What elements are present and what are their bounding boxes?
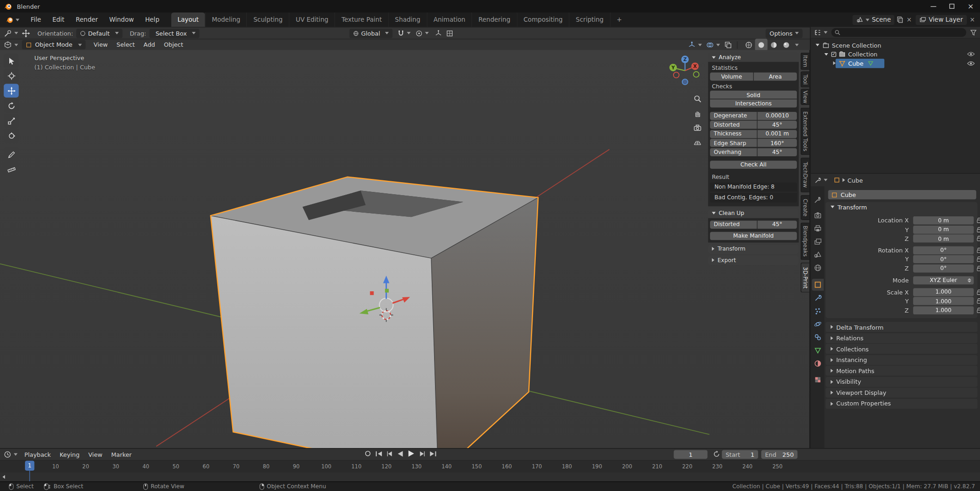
workspace-tab-animation[interactable]: Animation — [427, 12, 472, 27]
snap-toggle[interactable] — [398, 30, 410, 37]
lock-icon[interactable] — [977, 218, 980, 223]
section-custom-properties[interactable]: Custom Properties — [826, 399, 978, 409]
check-edge-sharp-button[interactable]: Edge Sharp — [710, 139, 757, 147]
sidebar-tab-tool[interactable]: Tool — [801, 71, 809, 87]
menu-view[interactable]: View — [89, 41, 112, 48]
scale-z-field[interactable]: 1.000 — [913, 306, 974, 314]
outliner-editor-selector[interactable] — [814, 29, 827, 36]
xray-toggle[interactable] — [724, 41, 732, 49]
cleanup-distorted-value-field[interactable]: 45° — [758, 221, 797, 229]
next-keyframe-button[interactable] — [419, 450, 426, 457]
gizmo-plane-handle[interactable] — [370, 291, 374, 295]
section-collections[interactable]: Collections — [826, 344, 978, 354]
viewport-scene[interactable] — [0, 50, 810, 448]
toggle-perspective-button[interactable] — [691, 135, 704, 148]
rotation-x-field[interactable]: 0° — [913, 246, 974, 254]
orientation-dropdown[interactable]: Default — [76, 29, 122, 38]
workspace-tab-layout[interactable]: Layout — [171, 12, 205, 27]
distorted-value-field[interactable]: 45° — [758, 121, 797, 129]
view-layer-selector[interactable]: View Layer — [915, 15, 967, 25]
make-manifold-button[interactable]: Make Manifold — [710, 232, 797, 240]
scale-y-field[interactable]: 1.000 — [913, 297, 974, 305]
hide-collection-toggle[interactable] — [967, 51, 975, 57]
shading-solid-button[interactable] — [755, 38, 767, 51]
rotation-z-field[interactable]: 0° — [913, 264, 974, 272]
section-motion-paths[interactable]: Motion Paths — [826, 366, 978, 376]
unlink-scene-button[interactable]: × — [906, 16, 912, 23]
lock-icon[interactable] — [977, 307, 980, 313]
location-y-field[interactable]: 0 m — [913, 225, 974, 233]
lock-icon[interactable] — [977, 289, 980, 295]
edge-sharp-value-field[interactable]: 160° — [758, 139, 797, 147]
volume-button[interactable]: Volume — [710, 73, 753, 81]
current-frame-field[interactable]: 1 — [674, 450, 708, 459]
workspace-tab-sculpting[interactable]: Sculpting — [246, 12, 289, 27]
options-dropdown[interactable]: Options — [766, 29, 802, 38]
check-thickness-button[interactable]: Thickness — [710, 130, 757, 138]
workspace-tab-modeling[interactable]: Modeling — [205, 12, 246, 27]
add-workspace-button[interactable]: + — [610, 12, 628, 27]
workspace-tab-shading[interactable]: Shading — [388, 12, 426, 27]
tab-scene[interactable] — [812, 249, 824, 261]
menu-view[interactable]: View — [84, 451, 107, 458]
check-intersections-button[interactable]: Intersections — [710, 99, 797, 108]
measure-tool[interactable] — [4, 163, 18, 177]
new-scene-button[interactable] — [897, 16, 904, 23]
zoom-button[interactable] — [691, 92, 704, 105]
rotate-tool[interactable] — [4, 99, 18, 113]
menu-select[interactable]: Select — [112, 41, 140, 48]
workspace-tab-texture-paint[interactable]: Texture Paint — [335, 12, 388, 27]
sidebar-tab-create[interactable]: Create — [801, 195, 809, 220]
rotation-mode-dropdown[interactable]: XYZ Euler — [913, 276, 974, 284]
lock-icon[interactable] — [977, 227, 980, 232]
scale-tool[interactable] — [4, 114, 18, 128]
tab-tool[interactable] — [812, 194, 824, 206]
lock-icon[interactable] — [977, 256, 980, 262]
tab-particles[interactable] — [812, 305, 824, 317]
timeline-ruler[interactable]: 1020304050607080901001101201301401501601… — [0, 460, 980, 473]
playhead[interactable]: 1 — [25, 460, 34, 471]
gizmos-toggle-icon[interactable] — [435, 30, 442, 37]
play-reverse-button[interactable] — [397, 450, 404, 457]
playhead-line[interactable] — [29, 471, 30, 482]
snap-increment-icon[interactable] — [447, 30, 453, 37]
outliner-row-collection[interactable]: ✓ Collection — [811, 49, 980, 59]
overhang-value-field[interactable]: 45° — [758, 148, 797, 156]
export-panel-header[interactable]: Export — [708, 255, 799, 264]
use-preview-range-toggle[interactable] — [713, 451, 720, 458]
start-frame-field[interactable]: Start 1 — [722, 450, 758, 459]
editor-type-selector[interactable] — [4, 41, 18, 49]
workspace-tab-scripting[interactable]: Scripting — [569, 12, 610, 27]
mode-dropdown[interactable]: Object Mode — [22, 40, 86, 49]
check-overhang-button[interactable]: Overhang — [710, 148, 757, 156]
workspace-tab-uv-editing[interactable]: UV Editing — [289, 12, 335, 27]
menu-file[interactable]: File — [25, 12, 47, 27]
outliner-row-cube[interactable]: Cube — [811, 59, 980, 68]
result-item[interactable]: Non Manifold Edge: 8 — [710, 182, 797, 192]
end-frame-field[interactable]: End 250 — [761, 450, 797, 459]
timeline-track-area[interactable] — [0, 473, 980, 482]
menu-keying[interactable]: Keying — [55, 451, 84, 458]
transform-orientation-dropdown[interactable]: Global — [349, 29, 393, 38]
result-item[interactable]: Bad Contig. Edges: 0 — [710, 192, 797, 203]
check-solid-button[interactable]: Solid — [710, 91, 797, 99]
cube-object[interactable] — [211, 177, 538, 448]
collection-checkbox[interactable]: ✓ — [831, 52, 836, 57]
outliner-row-scene-collection[interactable]: Scene Collection — [811, 41, 980, 50]
scale-x-field[interactable]: 1.000 — [913, 288, 974, 296]
remove-view-layer-button[interactable]: × — [970, 16, 975, 23]
section-viewport-display[interactable]: Viewport Display — [826, 387, 978, 398]
active-tool-selector[interactable] — [4, 29, 18, 37]
select-box-tool[interactable] — [4, 54, 18, 68]
tab-view-layer[interactable] — [812, 236, 824, 248]
hide-object-toggle[interactable] — [967, 61, 975, 66]
location-x-field[interactable]: 0 m — [913, 216, 974, 225]
section-visibility[interactable]: Visibility — [826, 377, 978, 387]
tab-modifiers[interactable] — [812, 292, 824, 304]
drag-dropdown[interactable]: Select Box — [149, 29, 199, 38]
cleanup-panel-header[interactable]: Clean Up — [708, 209, 799, 218]
section-relations[interactable]: Relations — [826, 333, 978, 343]
shading-rendered-button[interactable] — [780, 38, 792, 51]
tab-object[interactable] — [812, 279, 824, 291]
workspace-tab-rendering[interactable]: Rendering — [472, 12, 516, 27]
